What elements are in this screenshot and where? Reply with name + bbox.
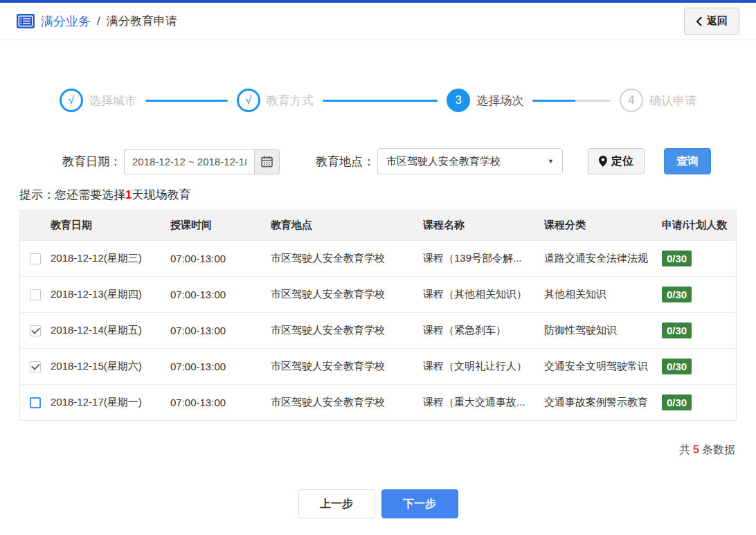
cell-course-name: 课程（文明礼让行人）	[423, 360, 544, 373]
header: 满分业务 / 满分教育申请 返回	[0, 3, 756, 40]
filter-bar: 教育日期： 教育地点： 市区驾驶人安全教育学校 ▼	[62, 148, 756, 174]
cell-course-name: 课程（其他相关知识）	[423, 288, 544, 301]
back-button[interactable]: 返回	[684, 8, 739, 35]
row-checkbox[interactable]	[30, 397, 41, 408]
cell-education-location: 市区驾驶人安全教育学校	[271, 360, 423, 373]
previous-step-button[interactable]: 上一步	[298, 489, 375, 518]
cell-lesson-time: 07:00-13:00	[170, 361, 271, 372]
cell-course-name: 课程（紧急刹车）	[423, 324, 544, 337]
breadcrumb-separator: /	[97, 15, 100, 28]
education-location-select[interactable]: 市区驾驶人安全教育学校 ▼	[377, 148, 563, 174]
cell-course-category: 道路交通安全法律法规	[544, 252, 662, 265]
column-applied-planned: 申请/计划人数	[662, 219, 736, 232]
step-3-label: 选择场次	[476, 93, 523, 109]
cell-lesson-time: 07:00-13:00	[170, 289, 271, 300]
row-checkbox-cell	[20, 325, 51, 336]
breadcrumb: 满分业务 / 满分教育申请	[17, 13, 177, 30]
locate-button[interactable]: 定位	[588, 148, 645, 174]
date-range-group	[124, 149, 280, 174]
cell-course-category: 交通安全文明驾驶常识	[544, 360, 662, 373]
table-row: 2018-12-14(星期五) 07:00-13:00 市区驾驶人安全教育学校 …	[20, 312, 736, 348]
education-date-input[interactable]	[124, 149, 254, 174]
step-connector	[323, 100, 438, 102]
table-row: 2018-12-17(星期一) 07:00-13:00 市区驾驶人安全教育学校 …	[20, 384, 736, 420]
column-lesson-time: 授课时间	[170, 219, 271, 232]
education-location-value: 市区驾驶人安全教育学校	[386, 155, 501, 168]
calendar-icon	[261, 156, 273, 167]
cell-quota: 0/30	[662, 359, 736, 374]
row-checkbox[interactable]	[30, 253, 41, 264]
cell-education-location: 市区驾驶人安全教育学校	[271, 288, 423, 301]
cell-lesson-time: 07:00-13:00	[170, 253, 271, 264]
step-connector	[145, 100, 228, 102]
step-1-label: 选择城市	[89, 93, 136, 109]
list-icon	[17, 14, 35, 28]
row-checkbox-cell	[20, 397, 51, 408]
search-button[interactable]: 查询	[664, 148, 711, 174]
selection-hint: 提示：您还需要选择1天现场教育	[19, 187, 756, 203]
cell-course-category: 交通事故案例警示教育	[544, 396, 662, 409]
cell-lesson-time: 07:00-13:00	[170, 397, 271, 408]
record-count-summary: 共5条数据	[21, 443, 735, 457]
column-education-location: 教育地点	[271, 219, 423, 232]
step-connector	[532, 100, 611, 102]
step-indicator: √ 选择城市 √ 教育方式 3 选择场次 4 确认申请	[60, 89, 696, 112]
page-title: 满分教育申请	[107, 13, 177, 29]
cell-education-location: 市区驾驶人安全教育学校	[271, 324, 423, 337]
cell-course-category: 防御性驾驶知识	[544, 324, 662, 337]
hint-suffix: 天现场教育	[132, 188, 190, 201]
cell-quota: 0/30	[662, 323, 736, 338]
summary-prefix: 共	[679, 444, 690, 455]
cell-education-date: 2018-12-12(星期三)	[51, 252, 170, 265]
column-course-name: 课程名称	[423, 219, 544, 232]
step-4-label: 确认申请	[649, 93, 696, 109]
step-4-circle: 4	[620, 89, 643, 112]
cell-education-date: 2018-12-17(星期一)	[51, 396, 170, 409]
cell-education-location: 市区驾驶人安全教育学校	[271, 396, 423, 409]
table-row: 2018-12-15(星期六) 07:00-13:00 市区驾驶人安全教育学校 …	[20, 348, 736, 384]
step-confirm-application: 4 确认申请	[620, 89, 696, 112]
step-education-mode: √ 教育方式	[237, 89, 314, 112]
cell-education-date: 2018-12-14(星期五)	[51, 324, 170, 337]
cell-education-location: 市区驾驶人安全教育学校	[271, 252, 423, 265]
sessions-table: 教育日期 授课时间 教育地点 课程名称 课程分类 申请/计划人数 2018-12…	[19, 210, 737, 421]
step-select-city: √ 选择城市	[60, 89, 136, 112]
cell-course-name: 课程（139号部令解...	[423, 252, 544, 265]
cell-lesson-time: 07:00-13:00	[170, 325, 271, 336]
back-button-label: 返回	[707, 15, 728, 28]
table-row: 2018-12-13(星期四) 07:00-13:00 市区驾驶人安全教育学校 …	[20, 276, 736, 312]
cell-quota: 0/30	[662, 395, 736, 410]
cell-education-date: 2018-12-13(星期四)	[51, 288, 170, 301]
row-checkbox-cell	[20, 289, 51, 300]
table-header-row: 教育日期 授课时间 教育地点 课程名称 课程分类 申请/计划人数	[20, 210, 736, 240]
step-1-circle: √	[60, 89, 83, 112]
summary-count: 5	[693, 444, 699, 455]
table-body: 2018-12-12(星期三) 07:00-13:00 市区驾驶人安全教育学校 …	[20, 240, 736, 420]
step-3-circle: 3	[447, 89, 470, 112]
row-checkbox-cell	[20, 361, 51, 372]
cell-education-date: 2018-12-15(星期六)	[51, 360, 170, 373]
cell-course-category: 其他相关知识	[544, 288, 662, 301]
locate-button-label: 定位	[611, 154, 633, 169]
next-step-button[interactable]: 下一步	[381, 489, 458, 518]
step-select-session: 3 选择场次	[447, 89, 523, 112]
row-checkbox-cell	[20, 253, 51, 264]
summary-suffix: 条数据	[702, 444, 735, 455]
education-location-label: 教育地点：	[316, 154, 375, 170]
row-checkbox[interactable]	[30, 325, 41, 336]
row-checkbox[interactable]	[30, 289, 41, 300]
hint-prefix: 提示：您还需要选择	[19, 188, 125, 201]
calendar-button[interactable]	[254, 149, 280, 174]
breadcrumb-primary: 满分业务	[41, 13, 91, 30]
column-education-date: 教育日期	[51, 219, 170, 232]
step-2-label: 教育方式	[267, 93, 314, 109]
quota-badge: 0/30	[662, 251, 692, 266]
row-checkbox[interactable]	[30, 361, 41, 372]
cell-quota: 0/30	[662, 251, 736, 266]
quota-badge: 0/30	[662, 395, 692, 410]
quota-badge: 0/30	[662, 287, 692, 302]
cell-course-name: 课程（重大交通事故...	[423, 396, 544, 409]
step-2-circle: √	[237, 89, 260, 112]
education-date-label: 教育日期：	[62, 154, 121, 170]
quota-badge: 0/30	[662, 323, 692, 338]
